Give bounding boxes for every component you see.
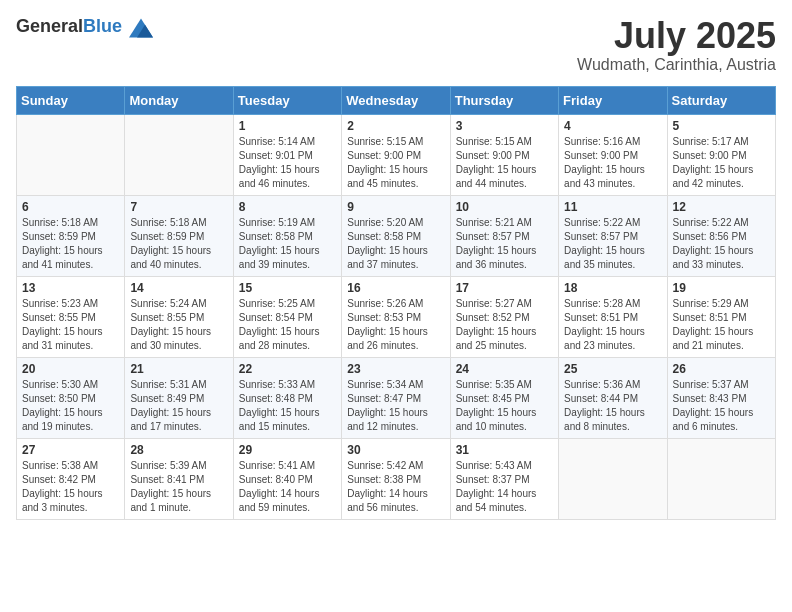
day-number: 9 [347,200,444,214]
day-number: 11 [564,200,661,214]
day-number: 3 [456,119,553,133]
day-number: 10 [456,200,553,214]
logo-general: General [16,16,83,36]
day-info: Sunrise: 5:34 AM Sunset: 8:47 PM Dayligh… [347,378,444,434]
calendar-cell: 10Sunrise: 5:21 AM Sunset: 8:57 PM Dayli… [450,195,558,276]
calendar-cell [17,114,125,195]
day-number: 18 [564,281,661,295]
calendar-cell: 7Sunrise: 5:18 AM Sunset: 8:59 PM Daylig… [125,195,233,276]
calendar-cell: 17Sunrise: 5:27 AM Sunset: 8:52 PM Dayli… [450,276,558,357]
calendar-cell: 29Sunrise: 5:41 AM Sunset: 8:40 PM Dayli… [233,438,341,519]
calendar-week-1: 1Sunrise: 5:14 AM Sunset: 9:01 PM Daylig… [17,114,776,195]
day-number: 7 [130,200,227,214]
calendar-cell: 31Sunrise: 5:43 AM Sunset: 8:37 PM Dayli… [450,438,558,519]
calendar-cell: 23Sunrise: 5:34 AM Sunset: 8:47 PM Dayli… [342,357,450,438]
day-info: Sunrise: 5:26 AM Sunset: 8:53 PM Dayligh… [347,297,444,353]
day-number: 2 [347,119,444,133]
logo: GeneralBlue [16,16,153,40]
calendar-cell: 3Sunrise: 5:15 AM Sunset: 9:00 PM Daylig… [450,114,558,195]
calendar-cell: 8Sunrise: 5:19 AM Sunset: 8:58 PM Daylig… [233,195,341,276]
day-info: Sunrise: 5:37 AM Sunset: 8:43 PM Dayligh… [673,378,770,434]
day-info: Sunrise: 5:39 AM Sunset: 8:41 PM Dayligh… [130,459,227,515]
day-number: 31 [456,443,553,457]
day-number: 8 [239,200,336,214]
day-info: Sunrise: 5:18 AM Sunset: 8:59 PM Dayligh… [22,216,119,272]
weekday-header-tuesday: Tuesday [233,86,341,114]
day-info: Sunrise: 5:29 AM Sunset: 8:51 PM Dayligh… [673,297,770,353]
day-info: Sunrise: 5:41 AM Sunset: 8:40 PM Dayligh… [239,459,336,515]
day-number: 24 [456,362,553,376]
day-info: Sunrise: 5:16 AM Sunset: 9:00 PM Dayligh… [564,135,661,191]
calendar-cell: 16Sunrise: 5:26 AM Sunset: 8:53 PM Dayli… [342,276,450,357]
day-number: 20 [22,362,119,376]
day-info: Sunrise: 5:43 AM Sunset: 8:37 PM Dayligh… [456,459,553,515]
calendar-cell: 4Sunrise: 5:16 AM Sunset: 9:00 PM Daylig… [559,114,667,195]
day-number: 17 [456,281,553,295]
day-info: Sunrise: 5:22 AM Sunset: 8:56 PM Dayligh… [673,216,770,272]
calendar-cell: 1Sunrise: 5:14 AM Sunset: 9:01 PM Daylig… [233,114,341,195]
day-number: 12 [673,200,770,214]
day-number: 21 [130,362,227,376]
day-info: Sunrise: 5:36 AM Sunset: 8:44 PM Dayligh… [564,378,661,434]
day-number: 1 [239,119,336,133]
location-title: Wudmath, Carinthia, Austria [577,56,776,74]
day-number: 15 [239,281,336,295]
day-number: 30 [347,443,444,457]
calendar-week-2: 6Sunrise: 5:18 AM Sunset: 8:59 PM Daylig… [17,195,776,276]
day-number: 22 [239,362,336,376]
weekday-header-row: SundayMondayTuesdayWednesdayThursdayFrid… [17,86,776,114]
day-info: Sunrise: 5:33 AM Sunset: 8:48 PM Dayligh… [239,378,336,434]
calendar-week-5: 27Sunrise: 5:38 AM Sunset: 8:42 PM Dayli… [17,438,776,519]
day-info: Sunrise: 5:15 AM Sunset: 9:00 PM Dayligh… [456,135,553,191]
weekday-header-sunday: Sunday [17,86,125,114]
calendar-cell: 2Sunrise: 5:15 AM Sunset: 9:00 PM Daylig… [342,114,450,195]
calendar-cell: 11Sunrise: 5:22 AM Sunset: 8:57 PM Dayli… [559,195,667,276]
calendar-cell: 14Sunrise: 5:24 AM Sunset: 8:55 PM Dayli… [125,276,233,357]
calendar-cell: 13Sunrise: 5:23 AM Sunset: 8:55 PM Dayli… [17,276,125,357]
calendar-cell [125,114,233,195]
day-number: 23 [347,362,444,376]
calendar-cell: 21Sunrise: 5:31 AM Sunset: 8:49 PM Dayli… [125,357,233,438]
weekday-header-monday: Monday [125,86,233,114]
day-info: Sunrise: 5:35 AM Sunset: 8:45 PM Dayligh… [456,378,553,434]
weekday-header-wednesday: Wednesday [342,86,450,114]
calendar-cell: 24Sunrise: 5:35 AM Sunset: 8:45 PM Dayli… [450,357,558,438]
calendar-cell [559,438,667,519]
calendar-week-3: 13Sunrise: 5:23 AM Sunset: 8:55 PM Dayli… [17,276,776,357]
calendar-cell: 18Sunrise: 5:28 AM Sunset: 8:51 PM Dayli… [559,276,667,357]
day-info: Sunrise: 5:24 AM Sunset: 8:55 PM Dayligh… [130,297,227,353]
calendar-cell: 12Sunrise: 5:22 AM Sunset: 8:56 PM Dayli… [667,195,775,276]
day-info: Sunrise: 5:27 AM Sunset: 8:52 PM Dayligh… [456,297,553,353]
day-info: Sunrise: 5:15 AM Sunset: 9:00 PM Dayligh… [347,135,444,191]
calendar-cell [667,438,775,519]
day-number: 6 [22,200,119,214]
calendar-cell: 22Sunrise: 5:33 AM Sunset: 8:48 PM Dayli… [233,357,341,438]
day-info: Sunrise: 5:17 AM Sunset: 9:00 PM Dayligh… [673,135,770,191]
day-number: 14 [130,281,227,295]
calendar-cell: 27Sunrise: 5:38 AM Sunset: 8:42 PM Dayli… [17,438,125,519]
day-number: 29 [239,443,336,457]
day-info: Sunrise: 5:18 AM Sunset: 8:59 PM Dayligh… [130,216,227,272]
month-title: July 2025 [577,16,776,56]
calendar-cell: 26Sunrise: 5:37 AM Sunset: 8:43 PM Dayli… [667,357,775,438]
page-header: GeneralBlue July 2025 Wudmath, Carinthia… [16,16,776,74]
day-info: Sunrise: 5:38 AM Sunset: 8:42 PM Dayligh… [22,459,119,515]
calendar-week-4: 20Sunrise: 5:30 AM Sunset: 8:50 PM Dayli… [17,357,776,438]
calendar-cell: 28Sunrise: 5:39 AM Sunset: 8:41 PM Dayli… [125,438,233,519]
calendar-cell: 15Sunrise: 5:25 AM Sunset: 8:54 PM Dayli… [233,276,341,357]
day-info: Sunrise: 5:22 AM Sunset: 8:57 PM Dayligh… [564,216,661,272]
day-info: Sunrise: 5:21 AM Sunset: 8:57 PM Dayligh… [456,216,553,272]
calendar-cell: 30Sunrise: 5:42 AM Sunset: 8:38 PM Dayli… [342,438,450,519]
day-info: Sunrise: 5:25 AM Sunset: 8:54 PM Dayligh… [239,297,336,353]
day-info: Sunrise: 5:31 AM Sunset: 8:49 PM Dayligh… [130,378,227,434]
logo-text: GeneralBlue [16,16,153,40]
day-info: Sunrise: 5:30 AM Sunset: 8:50 PM Dayligh… [22,378,119,434]
day-number: 5 [673,119,770,133]
day-number: 26 [673,362,770,376]
calendar-cell: 5Sunrise: 5:17 AM Sunset: 9:00 PM Daylig… [667,114,775,195]
day-info: Sunrise: 5:28 AM Sunset: 8:51 PM Dayligh… [564,297,661,353]
logo-blue: Blue [83,16,122,36]
day-info: Sunrise: 5:14 AM Sunset: 9:01 PM Dayligh… [239,135,336,191]
day-number: 16 [347,281,444,295]
calendar-cell: 6Sunrise: 5:18 AM Sunset: 8:59 PM Daylig… [17,195,125,276]
